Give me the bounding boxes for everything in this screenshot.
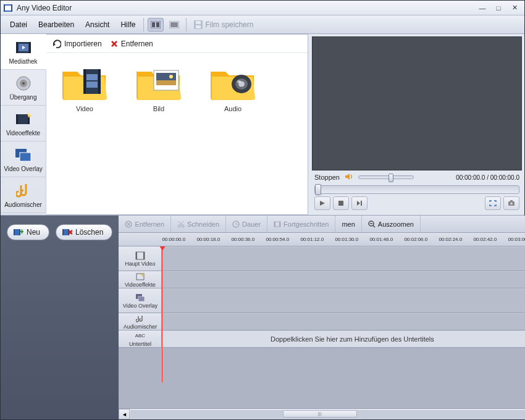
save-film-button[interactable]: Film speichern [194,20,253,29]
maximize-button[interactable]: □ [491,3,506,13]
track-body-overlay[interactable] [162,288,525,313]
stop-button[interactable] [333,196,349,210]
filmstrip-icon [274,220,281,228]
tl-zoomout-button[interactable]: Auszoomen [362,216,421,232]
svg-rect-51 [19,229,20,235]
folder-bild[interactable]: Bild [128,63,190,112]
media-toolbar: Importieren Entfernen [46,35,308,53]
transition-icon [14,74,33,93]
titlebar: Any Video Editor — □ ✕ [1,1,524,15]
svg-rect-55 [62,229,64,235]
menu-view[interactable]: Ansicht [80,18,115,32]
delete-button[interactable]: Löschen [56,224,112,240]
zoom-out-icon [368,220,376,228]
svg-marker-42 [320,201,325,206]
track-videoeffekte: Videoeffekte [119,271,525,288]
media-library-icon [14,38,33,57]
tl-cut-button[interactable]: Schneiden [171,216,226,232]
svg-rect-53 [22,230,23,234]
tab-videoeffekte[interactable]: Videoeffekte [1,106,46,141]
svg-rect-67 [143,252,145,259]
scrollbar-thumb[interactable]: ||| [283,410,357,418]
snapshot-button[interactable] [503,196,519,210]
stop-label: Stoppen [314,174,340,181]
track-body-vfx[interactable] [162,271,525,288]
menu-edit[interactable]: Bearbeiten [33,18,80,32]
video-effects-icon [14,110,33,128]
tl-men-button[interactable]: men [335,216,361,232]
minimize-button[interactable]: — [475,3,490,13]
track-video-overlay: Video Overlay [119,288,525,313]
svg-rect-43 [338,201,343,206]
tab-mediathek[interactable]: Mediathek [1,34,46,70]
lower-panel: Neu Löschen Entfernen Schneiden Dauer Fo… [1,216,524,419]
svg-rect-6 [156,22,159,27]
svg-rect-10 [196,21,201,24]
timeline-toolbar: Entfernen Schneiden Dauer Fortgeschritte… [119,216,525,233]
layout-mode-2-button[interactable] [166,18,182,32]
volume-icon[interactable] [345,173,353,182]
svg-rect-21 [16,114,18,124]
storyboard-sidebar: Neu Löschen [1,216,119,419]
svg-rect-65 [136,252,145,259]
new-clip-icon [14,228,23,237]
folder-video[interactable]: Video [54,63,116,112]
svg-rect-31 [86,74,98,80]
track-body-audio[interactable] [162,313,525,330]
svg-rect-26 [20,153,31,161]
volume-slider[interactable] [358,175,414,179]
menu-help[interactable]: Hilfe [115,18,141,32]
svg-rect-11 [196,25,201,28]
app-icon [3,3,13,13]
seek-slider[interactable] [314,185,519,194]
scroll-left-button[interactable]: ◄ [119,409,130,419]
layout-mode-1-button[interactable] [148,18,164,32]
timeline-panel: Entfernen Schneiden Dauer Fortgeschritte… [119,216,525,419]
tl-advanced-button[interactable]: Fortgeschritten [267,216,335,232]
svg-rect-20 [16,114,30,124]
horizontal-scrollbar[interactable]: ◄ ||| ► [119,408,525,419]
menubar: Datei Bearbeiten Ansicht Hilfe Film spei… [1,15,524,34]
tl-remove-button[interactable]: Entfernen [119,216,171,232]
import-icon [52,40,61,48]
remove-button[interactable]: Entfernen [111,40,153,48]
tab-uebergang[interactable]: Übergang [1,70,46,106]
track-body-subtitle[interactable]: Doppelklicken Sie hier zum Hinzufügen de… [162,330,525,347]
fullscreen-button[interactable] [485,196,501,210]
track-untertitel: ABCUntertitel Doppelklicken Sie hier zum… [119,330,525,348]
save-icon [194,20,203,29]
new-button[interactable]: Neu [7,224,49,240]
svg-rect-66 [136,252,137,259]
import-button[interactable]: Importieren [52,40,102,48]
svg-rect-50 [14,229,15,235]
folder-audio[interactable]: Audio [202,63,264,112]
svg-rect-32 [86,82,98,88]
svg-rect-63 [279,222,280,227]
tl-duration-button[interactable]: Dauer [226,216,267,232]
svg-rect-71 [138,296,145,301]
next-button[interactable] [351,196,368,210]
scissors-icon [177,220,185,228]
app-window: Any Video Editor — □ ✕ Datei Bearbeiten … [0,0,525,420]
svg-point-24 [28,114,30,116]
svg-point-19 [22,82,25,85]
svg-rect-14 [16,42,18,53]
svg-rect-2 [4,4,5,12]
timeline-ruler[interactable]: 00:00:00.000:00:18.000:00:36.000:00:54.0… [119,233,525,246]
media-panel: Importieren Entfernen Video [46,34,308,215]
film-icon [135,251,145,261]
svg-rect-45 [361,201,362,206]
play-button[interactable] [314,196,330,210]
svg-marker-44 [357,201,360,206]
tab-video-overlay[interactable]: Video Overlay [1,141,46,177]
audio-track-icon [136,314,145,324]
preview-panel: Stoppen 00:00:00.0 / 00:00:00.0 [308,34,524,215]
audio-mixer-icon [14,182,33,200]
tab-audiomischer[interactable]: Audiomischer [1,177,46,213]
folder-audio-label: Audio [224,105,242,112]
delete-clip-icon [62,228,72,237]
track-body-main[interactable] [162,246,525,271]
menu-file[interactable]: Datei [4,18,33,32]
svg-rect-15 [29,42,31,53]
close-button[interactable]: ✕ [507,3,522,13]
